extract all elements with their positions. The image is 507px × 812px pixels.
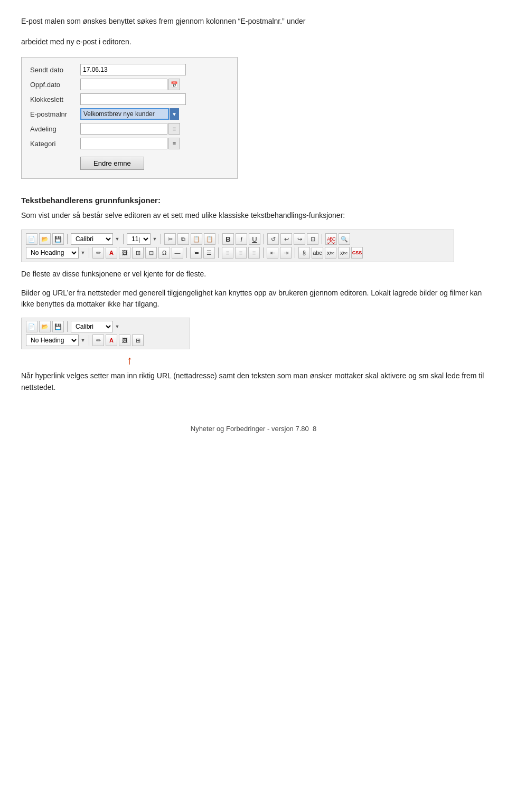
underline-button[interactable]: U [249, 233, 260, 245]
select-epostmalnr[interactable]: Velkomstbrev nye kunder [80, 108, 169, 120]
separator3 [161, 234, 161, 244]
field-avdeling: ≡ [80, 123, 229, 135]
save-doc-small-icon[interactable]: 💾 [52, 321, 64, 332]
input-avdeling[interactable] [80, 123, 167, 135]
font-color-icon[interactable]: A [106, 247, 117, 259]
hyperlink-text: Når hyperlink velges setter man inn rikt… [21, 370, 486, 393]
font-arrow-small-icon[interactable]: ▼ [115, 321, 120, 332]
separator11 [295, 247, 295, 258]
new-doc-icon[interactable]: 📄 [26, 233, 37, 245]
input-kategori[interactable] [80, 138, 167, 149]
input-oppf-dato[interactable] [80, 79, 167, 90]
separator-s1 [67, 321, 68, 332]
pencil-icon[interactable]: ✏ [92, 247, 104, 259]
footer-label: Nyheter og Forbedringer - versjon 7.80 [191, 425, 309, 433]
separator6 [322, 234, 322, 244]
grid-icon[interactable]: ⊟ [145, 247, 157, 259]
separator2 [123, 234, 124, 244]
strikethrough-icon[interactable]: abc [312, 247, 323, 259]
cut-icon[interactable]: ✂ [164, 233, 176, 245]
toolbar-row1: 📄 📂 💾 Calibri ▼ 11pt ▼ ✂ ⧉ 📋 📋 B I U ↺ ↩… [26, 233, 449, 245]
field-oppf-dato: 📅 [80, 79, 229, 90]
list-unordered-icon[interactable]: ≔ [190, 247, 202, 259]
bilder-text: Bilder og URL’er fra nettsteder med gene… [21, 288, 486, 310]
input-klokkeslett[interactable] [80, 93, 186, 105]
form-row-kategori: Kategori ≡ [30, 138, 229, 149]
align-center-icon[interactable]: ≡ [235, 247, 247, 259]
between-text: De fleste av disse funksjonene er vel kj… [21, 269, 486, 280]
list-ordered-icon[interactable]: ☰ [203, 247, 215, 259]
toolbar-row2: No Heading ▼ ✏ A 🖼 ⊞ ⊟ Ω — ≔ ☰ ≡ ≡ ≡ ⇤ ⇥… [26, 247, 449, 259]
field-klokkeslett [80, 93, 229, 105]
subscript-icon[interactable]: xbc [338, 247, 350, 259]
email-form-panel: Sendt dato Oppf.dato 📅 Klokkeslett E-pos… [21, 57, 238, 179]
list-icon-kategori[interactable]: ≡ [168, 138, 180, 149]
indent-right-icon[interactable]: ⇥ [280, 247, 292, 259]
form-row-oppf-dato: Oppf.dato 📅 [30, 79, 229, 90]
undo-icon[interactable]: ↩ [280, 233, 292, 245]
toolbar-large: 📄 📂 💾 Calibri ▼ 11pt ▼ ✂ ⧉ 📋 📋 B I U ↺ ↩… [21, 230, 454, 262]
form-row-sendt-dato: Sendt dato [30, 64, 229, 75]
field-epostmalnr: Velkomstbrev nye kunder ▼ [80, 108, 229, 120]
heading-arrow-icon[interactable]: ▼ [80, 247, 86, 259]
css-icon[interactable]: CSS [351, 247, 363, 259]
font-size-select[interactable]: 11pt [127, 233, 151, 245]
superscript-icon[interactable]: xbc [325, 247, 336, 259]
table-icon[interactable]: ⊞ [132, 247, 144, 259]
image-small-icon[interactable]: 🖼 [119, 335, 130, 346]
bold-button[interactable]: B [222, 233, 234, 245]
label-kategori: Kategori [30, 140, 80, 148]
section-text: Som vist under så består selve editoren … [21, 210, 486, 221]
toolbar-small: 📄 📂 💾 Calibri ▼ No Heading ▼ ✏ A 🖼 ⊞ [21, 318, 190, 349]
italic-button[interactable]: I [236, 233, 247, 245]
heading-select[interactable]: No Heading [26, 247, 79, 259]
size-arrow-icon[interactable]: ▼ [152, 233, 157, 245]
open-doc-icon[interactable]: 📂 [39, 233, 51, 245]
input-sendt-dato[interactable] [80, 64, 186, 75]
new-doc-small-icon[interactable]: 📄 [26, 321, 37, 332]
find-icon[interactable]: 🔍 [339, 233, 350, 245]
font-arrow-icon[interactable]: ▼ [115, 233, 120, 245]
spellcheck-icon[interactable]: ABC [325, 233, 337, 245]
rotate-icon[interactable]: ↺ [267, 233, 279, 245]
list-icon-avdeling[interactable]: ≡ [168, 123, 180, 135]
form-row-avdeling: Avdeling ≡ [30, 123, 229, 135]
label-sendt-dato: Sendt dato [30, 66, 80, 74]
copy-icon[interactable]: ⧉ [177, 233, 189, 245]
field-kategori: ≡ [80, 138, 229, 149]
toolbar-small-row1: 📄 📂 💾 Calibri ▼ [26, 321, 185, 332]
intro-line2: arbeidet med ny e-post i editoren. [21, 36, 486, 47]
arrow-indicator: ↑ [127, 354, 486, 367]
pencil-small-icon[interactable]: ✏ [92, 335, 104, 346]
section-heading: Tekstbehandlerens grunnfunksjoner: [21, 196, 486, 205]
separator4 [219, 234, 219, 244]
select-arrow-icon[interactable]: ▼ [170, 108, 179, 120]
select-epostmalnr-value: Velkomstbrev nye kunder [83, 110, 155, 118]
calendar-icon[interactable]: 📅 [168, 79, 180, 90]
heading-small-select[interactable]: No Heading [26, 335, 79, 346]
indent-left-icon[interactable]: ⇤ [267, 247, 278, 259]
paste-special-icon[interactable]: 📋 [204, 233, 215, 245]
dash-icon[interactable]: — [172, 247, 183, 259]
align-right-icon[interactable]: ≡ [248, 247, 260, 259]
paste-icon[interactable]: 📋 [191, 233, 202, 245]
image-icon[interactable]: 🖼 [119, 247, 130, 259]
table-small-icon[interactable]: ⊞ [132, 335, 144, 346]
font-color-small-icon[interactable]: A [106, 335, 117, 346]
redo-icon[interactable]: ↪ [294, 233, 305, 245]
copy-format-icon[interactable]: ⊡ [307, 233, 318, 245]
save-doc-icon[interactable]: 💾 [52, 233, 64, 245]
heading-arrow-small-icon[interactable]: ▼ [80, 335, 86, 346]
change-button-row: Endre emne [30, 152, 229, 170]
change-subject-button[interactable]: Endre emne [80, 157, 144, 170]
font-name-small-select[interactable]: Calibri [71, 321, 113, 332]
page-footer: Nyheter og Forbedringer - versjon 7.80 8 [21, 425, 486, 433]
separator7 [89, 247, 89, 258]
font-name-select[interactable]: Calibri [71, 233, 113, 245]
special-char-icon[interactable]: § [298, 247, 310, 259]
label-epostmalnr: E-postmalnr [30, 110, 80, 118]
symbol-icon[interactable]: Ω [158, 247, 170, 259]
open-doc-small-icon[interactable]: 📂 [39, 321, 51, 332]
separator10 [263, 247, 264, 258]
align-left-icon[interactable]: ≡ [222, 247, 233, 259]
